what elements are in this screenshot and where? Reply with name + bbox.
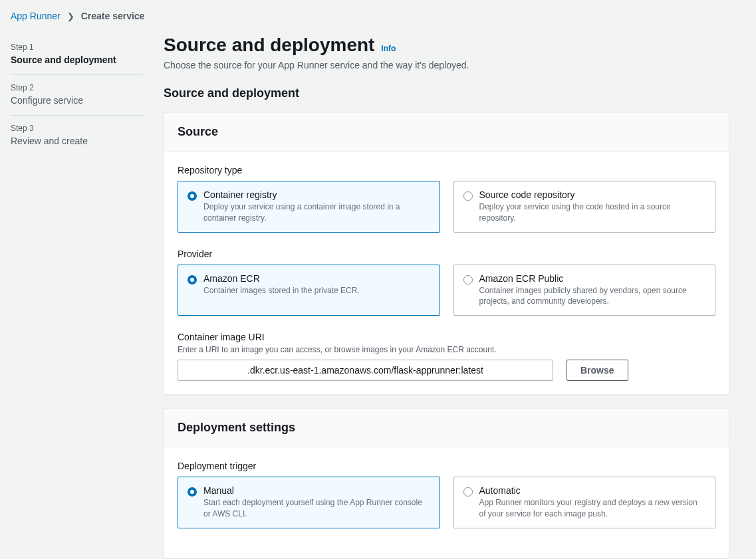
tile-title: Manual <box>203 485 430 496</box>
repo-type-container-registry[interactable]: Container registry Deploy your service u… <box>178 181 440 233</box>
step-label: Step 2 <box>11 83 144 92</box>
chevron-right-icon: ❯ <box>67 11 74 21</box>
step-name: Review and create <box>11 136 144 146</box>
image-uri-input[interactable] <box>178 360 553 381</box>
source-panel-title: Source <box>178 125 715 139</box>
repo-type-source-code[interactable]: Source code repository Deploy your servi… <box>453 181 716 233</box>
browse-button[interactable]: Browse <box>567 360 628 381</box>
radio-icon <box>463 275 473 284</box>
tile-desc: Deploy your service using a container im… <box>203 201 430 224</box>
form-heading: Source and deployment <box>164 86 729 100</box>
radio-icon <box>463 487 473 497</box>
step-name: Source and deployment <box>11 55 144 65</box>
tile-title: Amazon ECR <box>203 273 430 284</box>
tile-title: Container registry <box>203 189 430 200</box>
breadcrumb: App Runner ❯ Create service <box>11 11 729 21</box>
step-name: Configure service <box>11 95 144 106</box>
tile-desc: Container images stored in the private E… <box>203 285 430 296</box>
wizard-sidebar: Step 1 Source and deployment Step 2 Conf… <box>11 35 144 559</box>
breadcrumb-service-link[interactable]: App Runner <box>11 11 61 21</box>
tile-desc: Container images publicly shared by vend… <box>479 285 706 308</box>
tile-title: Automatic <box>479 485 706 496</box>
radio-icon <box>188 275 197 284</box>
tile-title: Amazon ECR Public <box>479 273 706 284</box>
step-label: Step 3 <box>11 124 144 133</box>
tile-desc: App Runner monitors your registry and de… <box>479 497 706 520</box>
image-uri-label: Container image URI <box>178 332 715 342</box>
trigger-automatic[interactable]: Automatic App Runner monitors your regis… <box>453 477 716 528</box>
provider-ecr[interactable]: Amazon ECR Container images stored in th… <box>178 265 440 316</box>
radio-icon <box>463 191 473 201</box>
radio-icon <box>188 487 197 497</box>
radio-icon <box>188 191 197 201</box>
deployment-panel-title: Deployment settings <box>178 421 715 435</box>
main-content: Source and deployment Info Choose the so… <box>164 35 729 559</box>
provider-ecr-public[interactable]: Amazon ECR Public Container images publi… <box>453 265 716 316</box>
breadcrumb-current: Create service <box>81 11 145 21</box>
tile-desc: Start each deployment yourself using the… <box>203 497 430 520</box>
info-link[interactable]: Info <box>381 44 396 53</box>
tile-title: Source code repository <box>479 189 706 200</box>
step-label: Step 1 <box>11 43 144 52</box>
image-uri-hint: Enter a URI to an image you can access, … <box>178 345 715 354</box>
repository-type-label: Repository type <box>178 165 715 175</box>
wizard-step-1[interactable]: Step 1 Source and deployment <box>11 35 144 75</box>
deployment-trigger-label: Deployment trigger <box>178 461 715 471</box>
trigger-manual[interactable]: Manual Start each deployment yourself us… <box>178 477 440 528</box>
provider-label: Provider <box>178 249 715 259</box>
source-panel: Source Repository type Container registr… <box>164 112 729 395</box>
page-title: Source and deployment <box>164 35 374 55</box>
wizard-step-2[interactable]: Step 2 Configure service <box>11 75 144 116</box>
tile-desc: Deploy your service using the code hoste… <box>479 201 706 224</box>
page-description: Choose the source for your App Runner se… <box>164 60 729 70</box>
deployment-panel: Deployment settings Deployment trigger M… <box>164 408 729 558</box>
wizard-step-3[interactable]: Step 3 Review and create <box>11 116 144 156</box>
